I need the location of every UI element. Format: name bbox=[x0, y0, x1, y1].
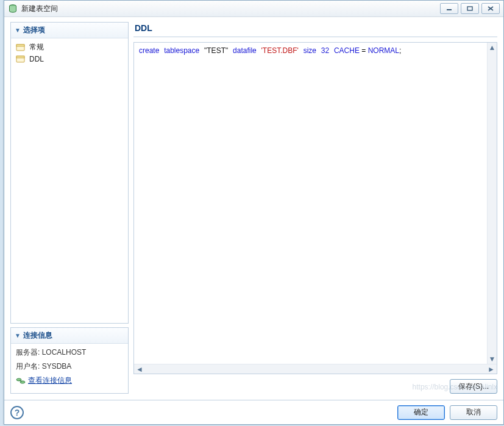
page-icon bbox=[16, 43, 26, 52]
options-panel-title: 选择项 bbox=[23, 25, 45, 35]
connection-panel: ▼ 连接信息 服务器: LOCALHOST 用户名: SYSDBA 查看连接信息 bbox=[10, 327, 129, 394]
content-area: ▼ 选择项 常规 bbox=[10, 22, 497, 394]
vertical-scrollbar[interactable]: ▲ ▼ bbox=[487, 43, 497, 364]
footer: ? 确定 取消 bbox=[4, 400, 503, 424]
save-button[interactable]: 保存(S)... bbox=[450, 379, 497, 394]
connection-panel-header[interactable]: ▼ 连接信息 bbox=[11, 328, 128, 344]
horizontal-scrollbar[interactable]: ◄ ► bbox=[134, 364, 497, 374]
connection-panel-title: 连接信息 bbox=[23, 330, 52, 341]
cancel-button[interactable]: 取消 bbox=[450, 405, 497, 420]
connection-body: 服务器: LOCALHOST 用户名: SYSDBA 查看连接信息 bbox=[11, 344, 128, 393]
tree-item-label: 常规 bbox=[29, 42, 44, 52]
scroll-right-icon: ► bbox=[487, 366, 495, 373]
close-button[interactable] bbox=[481, 3, 500, 14]
twisty-icon: ▼ bbox=[15, 27, 21, 34]
ok-button[interactable]: 确定 bbox=[397, 405, 445, 420]
server-label: 服务器: LOCALHOST bbox=[16, 347, 123, 358]
options-panel-header[interactable]: ▼ 选择项 bbox=[11, 23, 128, 38]
svg-rect-2 bbox=[467, 7, 472, 10]
right-pane: DDL create tablespace "TEST" datafile 'T… bbox=[133, 22, 497, 394]
view-connection-link[interactable]: 查看连接信息 bbox=[28, 375, 72, 386]
window-title: 新建表空间 bbox=[21, 4, 58, 14]
svg-rect-1 bbox=[447, 9, 452, 10]
connection-link-icon bbox=[16, 376, 26, 386]
left-pane: ▼ 选择项 常规 bbox=[10, 22, 129, 394]
tree-item-label: DDL bbox=[29, 55, 44, 63]
options-tree: 常规 DDL bbox=[11, 38, 128, 67]
database-icon bbox=[8, 4, 18, 13]
dialog-body: ▼ 选择项 常规 bbox=[4, 17, 503, 400]
ddl-editor[interactable]: create tablespace "TEST" datafile 'TEST.… bbox=[134, 43, 497, 364]
dialog-window: 新建表空间 ▼ 选择项 常规 bbox=[4, 0, 504, 425]
page-icon bbox=[16, 55, 26, 63]
help-button[interactable]: ? bbox=[10, 406, 24, 419]
twisty-icon: ▼ bbox=[15, 332, 21, 339]
view-connection-link-row: 查看连接信息 bbox=[16, 375, 123, 386]
titlebar[interactable]: 新建表空间 bbox=[4, 1, 503, 17]
minimize-button[interactable] bbox=[440, 3, 458, 14]
save-row: 保存(S)... bbox=[133, 379, 497, 394]
scroll-up-icon: ▲ bbox=[488, 44, 497, 51]
svg-rect-6 bbox=[16, 56, 24, 58]
ddl-editor-wrap: create tablespace "TEST" datafile 'TEST.… bbox=[133, 42, 497, 374]
scroll-down-icon: ▼ bbox=[488, 355, 497, 363]
user-label: 用户名: SYSDBA bbox=[16, 361, 123, 372]
page-title: DDL bbox=[133, 22, 497, 37]
tree-item-general[interactable]: 常规 bbox=[12, 41, 127, 54]
scroll-left-icon: ◄ bbox=[135, 366, 144, 373]
tree-item-ddl[interactable]: DDL bbox=[12, 54, 127, 65]
options-panel: ▼ 选择项 常规 bbox=[10, 22, 129, 324]
maximize-button[interactable] bbox=[461, 3, 479, 14]
svg-rect-4 bbox=[16, 44, 24, 46]
